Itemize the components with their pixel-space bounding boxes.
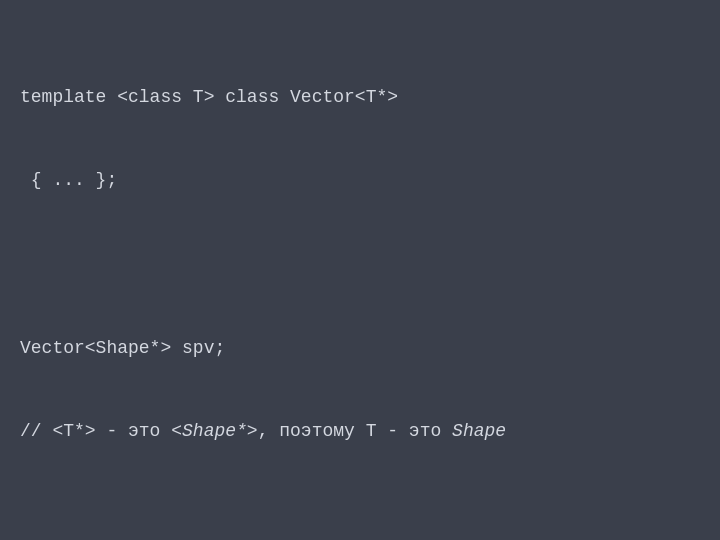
code-line-3: [20, 251, 700, 279]
code-display: template <class T> class Vector<T*> { ..…: [0, 0, 720, 540]
code-line-1: template <class T> class Vector<T*>: [20, 84, 700, 112]
code-line-6: [20, 502, 700, 530]
code-line-4: Vector<Shape*> spv;: [20, 335, 700, 363]
code-line-5: // <T*> - это <Shape*>, поэтому T - это …: [20, 418, 700, 446]
code-line-2: { ... };: [20, 167, 700, 195]
